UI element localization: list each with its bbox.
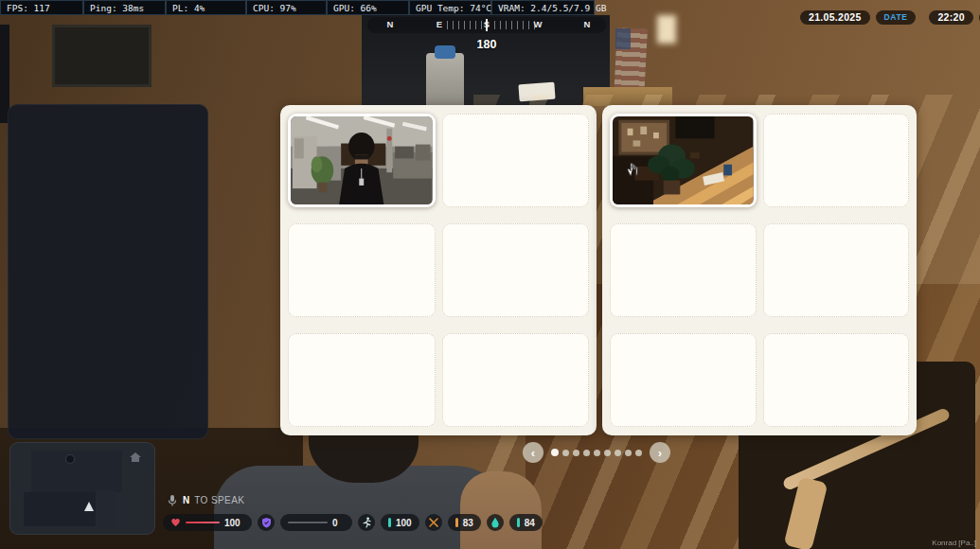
armor-value: 0 [332, 518, 338, 528]
minimap-hallway [98, 490, 115, 528]
thirst-circle [487, 514, 504, 531]
player-marker-icon [84, 502, 94, 511]
player-watermark: Konrad [Pa..] [932, 539, 976, 547]
compass-n2: N [584, 19, 591, 29]
clock-widget: 21.05.2025 DATE 22:20 TIME [800, 10, 980, 25]
next-page-button[interactable]: › [650, 442, 670, 463]
voice-label: TO SPEAK [194, 495, 244, 505]
pagination-dot[interactable] [551, 449, 559, 456]
chevron-left-icon: ‹ [531, 446, 535, 460]
vram-stat: VRAM: 2.4/5.5/7.9 GB [491, 0, 595, 15]
shield-icon [261, 517, 272, 528]
voice-indicator: N TO SPEAK [167, 494, 244, 506]
prev-page-button[interactable]: ‹ [523, 442, 543, 463]
water-cooler [426, 53, 464, 106]
armor-pill: 0 [280, 514, 352, 531]
hunger-value: 83 [463, 518, 473, 528]
performance-stats-bar: FPS: 117 Ping: 38ms PL: 4% CPU: 97% GPU:… [0, 0, 595, 15]
minimap [9, 442, 155, 535]
chevron-right-icon: › [658, 446, 662, 460]
health-bar [186, 522, 220, 523]
armor-bar [288, 522, 328, 523]
cpu-stat: CPU: 97% [246, 0, 327, 15]
empty-photo-slot[interactable] [610, 223, 757, 317]
photo-album-page-right [602, 105, 917, 435]
game-screen: FPS: 117 Ping: 38ms PL: 4% CPU: 97% GPU:… [0, 0, 980, 549]
compass-ticks-right [494, 21, 536, 29]
empty-photo-slot[interactable] [442, 223, 590, 317]
empty-photo-slot[interactable] [442, 114, 590, 207]
gpu-stat: GPU: 66% [327, 0, 409, 15]
gallery-pagination: ‹ › [523, 440, 674, 465]
date-label-badge: DATE [876, 10, 917, 25]
thirst-bar [517, 518, 520, 527]
empty-photo-slot[interactable] [288, 223, 436, 317]
pagination-dot[interactable] [583, 450, 590, 456]
compass-heading-marker [486, 19, 488, 31]
ping-stat: Ping: 38ms [83, 0, 166, 15]
pagination-dot[interactable] [625, 450, 632, 456]
compass-heading-value: 180 [367, 38, 606, 51]
flag-canton [615, 28, 631, 49]
pagination-dot[interactable] [615, 450, 621, 456]
stamina-bar [388, 518, 391, 527]
running-icon [362, 517, 372, 528]
dark-side-panel [8, 104, 208, 439]
pagination-dots [551, 449, 642, 456]
player-character-arm [460, 471, 542, 549]
health-pill: 100 [163, 514, 252, 531]
voice-key: N [183, 495, 189, 505]
compass-n1: N [387, 19, 394, 29]
empty-photo-slot[interactable] [442, 333, 590, 427]
pagination-dot[interactable] [604, 450, 611, 456]
date-value: 21.05.2025 [800, 10, 870, 25]
photo-office-character [291, 116, 433, 204]
pagination-dot[interactable] [562, 450, 569, 456]
water-drop-icon [490, 517, 500, 528]
minimap-blip [65, 454, 75, 464]
empty-photo-slot[interactable] [763, 333, 910, 427]
hunger-pill: 83 [448, 514, 481, 531]
health-value: 100 [224, 518, 241, 528]
thirst-value: 84 [525, 518, 535, 528]
stamina-value: 100 [396, 518, 412, 528]
armor-circle [258, 514, 275, 531]
heart-icon [170, 518, 181, 527]
hunger-circle [425, 514, 442, 531]
empty-photo-slot[interactable] [610, 333, 757, 427]
pagination-dot[interactable] [573, 450, 579, 456]
pagination-dot[interactable] [635, 450, 642, 456]
utensils-icon [428, 517, 439, 528]
empty-photo-slot[interactable] [763, 223, 910, 317]
stamina-pill: 100 [381, 514, 419, 531]
stamina-circle [358, 514, 375, 531]
hunger-bar [455, 518, 458, 527]
microphone-icon [167, 494, 178, 506]
minimap-room [31, 451, 122, 492]
empty-photo-slot[interactable] [288, 333, 436, 427]
house-icon [130, 452, 141, 463]
compass-ticks-left [447, 21, 489, 29]
wall-picture [52, 25, 151, 87]
pagination-dot[interactable] [594, 450, 600, 456]
empty-photo-slot[interactable] [763, 114, 910, 207]
gpu-temp-stat: GPU Temp: 74°C [409, 0, 491, 15]
hand-cursor-icon [625, 161, 640, 178]
photo-album-page-left [280, 105, 597, 435]
thirst-pill: 84 [509, 514, 543, 531]
time-value: 22:20 [929, 10, 972, 25]
compass-bar: N E S W N [367, 17, 606, 33]
compass-e: E [437, 19, 442, 29]
packet-loss-stat: PL: 4% [166, 0, 246, 15]
light-glow [657, 15, 676, 44]
photo-slot[interactable] [288, 114, 436, 207]
fps-stat: FPS: 117 [0, 0, 83, 15]
status-hud: 100 0 100 [163, 514, 543, 531]
